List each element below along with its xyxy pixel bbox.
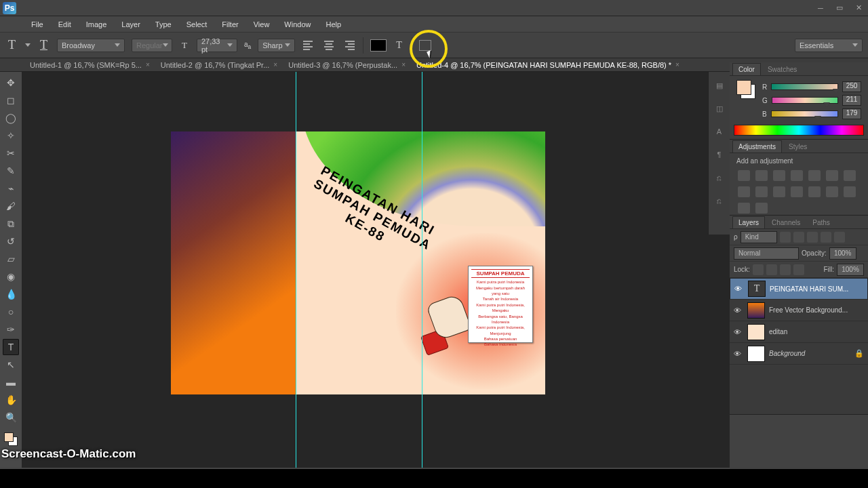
paragraph-panel-icon[interactable]: ¶ [713, 148, 726, 161]
para-styles-icon[interactable]: ⎌ [713, 194, 726, 207]
lock-pixels-icon[interactable] [766, 264, 777, 275]
path-select-tool[interactable]: ↖ [3, 357, 19, 373]
blur-tool[interactable]: 💧 [3, 286, 19, 302]
visibility-icon[interactable]: 👁 [731, 350, 743, 358]
opacity-input[interactable]: 100% [829, 247, 856, 260]
close-tab-icon[interactable]: × [401, 61, 406, 68]
filter-pixel-icon[interactable] [780, 232, 791, 243]
levels-icon[interactable] [755, 170, 768, 181]
menu-edit[interactable]: Edit [52, 18, 78, 31]
fill-input[interactable]: 100% [837, 264, 864, 276]
workspace-dropdown[interactable]: Essentials [795, 39, 863, 52]
minimize-button[interactable]: ─ [811, 2, 830, 14]
font-size-dropdown[interactable]: 27,33 pt [197, 39, 237, 52]
menu-filter[interactable]: Filter [215, 18, 245, 31]
lock-transparent-icon[interactable] [753, 264, 764, 275]
dodge-tool[interactable]: ○ [3, 304, 19, 320]
curves-icon[interactable] [773, 170, 785, 181]
close-tab-icon[interactable]: × [273, 61, 277, 68]
filter-shape-icon[interactable] [821, 232, 831, 243]
menu-image[interactable]: Image [79, 18, 114, 31]
marquee-tool[interactable]: ◻ [3, 92, 19, 108]
color-spectrum[interactable] [734, 125, 864, 136]
warp-text-button[interactable]: T [393, 39, 405, 52]
filter-type-icon[interactable] [807, 232, 818, 243]
layer-row[interactable]: 👁Free Vector Background... [730, 300, 868, 321]
gradmap-icon[interactable] [738, 203, 750, 214]
brush-tool[interactable]: 🖌 [3, 198, 19, 214]
blue-slider[interactable] [771, 110, 838, 117]
exposure-icon[interactable] [791, 170, 803, 181]
close-tab-icon[interactable]: × [675, 61, 679, 68]
gradient-tool[interactable]: ◉ [3, 268, 19, 285]
swatches-tab[interactable]: Swatches [762, 64, 802, 75]
guide-line[interactable] [296, 72, 296, 468]
text-color-swatch[interactable] [370, 39, 387, 52]
menu-window[interactable]: Window [277, 18, 317, 31]
text-orientation-icon[interactable]: T [37, 37, 50, 54]
adjustments-tab[interactable]: Adjustments [732, 140, 782, 152]
layer-row[interactable]: 👁Background🔒 [730, 343, 868, 365]
fg-bg-swatch[interactable] [736, 80, 755, 99]
layer-row[interactable]: 👁editan [730, 321, 868, 343]
type-tool-icon[interactable]: T [5, 37, 18, 54]
lock-position-icon[interactable] [780, 264, 791, 275]
layer-row[interactable]: 👁TPEINGATAN HARI SUM... [730, 278, 868, 300]
align-center-button[interactable] [322, 39, 336, 52]
filter-adjust-icon[interactable] [793, 232, 804, 243]
red-slider[interactable] [771, 83, 838, 90]
visibility-icon[interactable]: 👁 [731, 306, 743, 314]
styles-tab[interactable]: Styles [783, 141, 812, 152]
menu-view[interactable]: View [247, 18, 277, 31]
close-tab-icon[interactable]: × [146, 61, 150, 68]
invert-icon[interactable] [808, 186, 821, 197]
shape-tool[interactable]: ▬ [3, 374, 19, 390]
type-tool[interactable]: T [3, 339, 19, 355]
character-panel-button[interactable] [419, 40, 431, 51]
color-swatches[interactable] [4, 432, 18, 446]
antialias-dropdown[interactable]: Sharp [258, 39, 295, 52]
chmixer-icon[interactable] [773, 186, 785, 197]
quick-select-tool[interactable]: ✧ [3, 127, 19, 144]
vibrance-icon[interactable] [808, 170, 821, 181]
maximize-button[interactable]: ▭ [830, 2, 849, 14]
close-button[interactable]: ✕ [849, 2, 868, 14]
layer-thumbnail[interactable] [747, 302, 765, 319]
eraser-tool[interactable]: ▱ [3, 251, 19, 267]
font-family-dropdown[interactable]: Broadway [57, 39, 125, 52]
doc-tab-1[interactable]: Untitled-1 @ 16,7% (SMK=Rp 5...× [24, 59, 155, 71]
hsl-icon[interactable] [826, 170, 838, 181]
crop-tool[interactable]: ✂ [3, 145, 19, 161]
canvas-area[interactable]: PEINGATAN HARI SUMPAH PEMUDA KE-88 SUMPA… [22, 72, 730, 468]
visibility-icon[interactable]: 👁 [731, 328, 743, 336]
font-style-dropdown[interactable]: Regular [132, 39, 172, 52]
char-styles-icon[interactable]: ⎌ [713, 171, 726, 184]
layers-tab[interactable]: Layers [732, 216, 765, 228]
stamp-tool[interactable]: ⧉ [3, 216, 19, 232]
move-tool[interactable]: ✥ [3, 75, 19, 91]
threshold-icon[interactable] [844, 186, 856, 197]
menu-layer[interactable]: Layer [115, 18, 147, 31]
paths-tab[interactable]: Paths [807, 217, 835, 228]
lock-all-icon[interactable] [793, 264, 804, 275]
layer-filter-kind[interactable]: Kind [741, 231, 777, 243]
menu-file[interactable]: File [24, 18, 50, 31]
properties-panel-icon[interactable]: ◫ [713, 102, 726, 115]
lasso-tool[interactable]: ◯ [3, 110, 19, 126]
menu-help[interactable]: Help [319, 18, 348, 31]
guide-line[interactable] [422, 72, 422, 468]
photo-filter-icon[interactable] [755, 186, 768, 197]
tool-preset-dropdown[interactable] [25, 43, 31, 47]
hand-tool[interactable]: ✋ [3, 392, 19, 408]
eyedropper-tool[interactable]: ✎ [3, 163, 19, 179]
doc-tab-4[interactable]: Untitled-4 @ 16,7% (PEINGATAN HARI SUMPA… [411, 59, 685, 71]
brightness-icon[interactable] [738, 170, 750, 181]
menu-select[interactable]: Select [180, 18, 214, 31]
lut-icon[interactable] [791, 186, 803, 197]
filter-smart-icon[interactable] [834, 232, 845, 243]
green-slider[interactable] [772, 97, 838, 104]
layer-thumbnail[interactable] [747, 346, 765, 362]
bw-icon[interactable] [738, 186, 750, 197]
layer-thumbnail[interactable]: T [748, 281, 766, 297]
poster-icon[interactable] [826, 186, 838, 197]
